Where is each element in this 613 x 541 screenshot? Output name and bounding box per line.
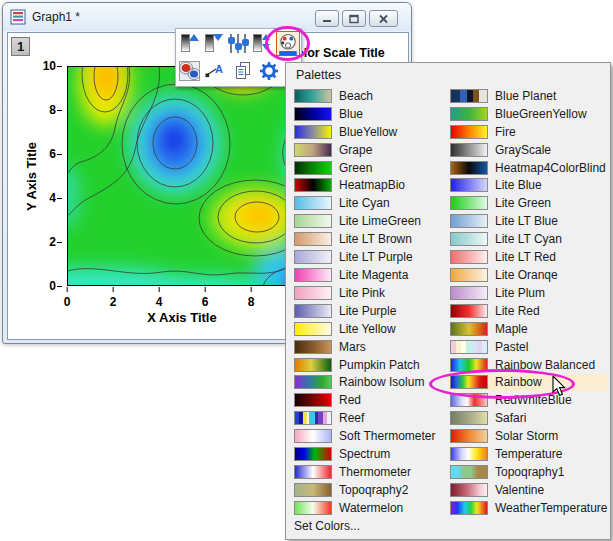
palette-menu-item[interactable]: Pastel: [448, 338, 608, 356]
palette-menu-item[interactable]: Temperature: [448, 445, 608, 463]
palette-swatch: [294, 393, 332, 407]
palette-menu-item[interactable]: Grape: [292, 141, 444, 159]
palette-menu-item[interactable]: Safari: [448, 409, 608, 427]
copy-format-button[interactable]: [232, 59, 255, 84]
palette-menu-item[interactable]: Lite Pink: [292, 284, 444, 302]
copy-icon: [233, 60, 253, 82]
palette-swatch: [294, 465, 332, 479]
palette-label: Rainbow: [495, 375, 542, 389]
palette-menu-item[interactable]: BlueGreenYellow: [448, 105, 608, 123]
palette-swatch: [294, 358, 332, 372]
y-axis-tick-label: 8: [49, 103, 56, 117]
palette-menu-item[interactable]: Lite Plum: [448, 284, 608, 302]
layer-1-button[interactable]: 1: [11, 37, 30, 56]
palette-menu-item[interactable]: WeatherTemperature: [448, 499, 608, 517]
palette-label: WeatherTemperature: [495, 501, 608, 515]
settings-button[interactable]: [258, 59, 281, 84]
palette-swatch: [294, 322, 332, 336]
palette-menu-item[interactable]: Blue: [292, 105, 444, 123]
palette-menu-item[interactable]: Beach: [292, 87, 444, 105]
minimize-button[interactable]: [315, 10, 339, 27]
palette-menu-item[interactable]: RedWhiteBlue: [448, 391, 608, 409]
palette-menu-item[interactable]: Lite LT Cyan: [448, 230, 608, 248]
palette-menu-item[interactable]: Lite Purple: [292, 302, 444, 320]
palette-swatch: [294, 161, 332, 175]
palette-menu-item[interactable]: Lite Oranqe: [448, 266, 608, 284]
palette-menu-item[interactable]: Mars: [292, 338, 444, 356]
palette-menu-item[interactable]: Fire: [448, 123, 608, 141]
contour-map-icon: [179, 61, 200, 81]
palette-menu-item[interactable]: Thermometer: [292, 463, 444, 481]
palette-menu-item[interactable]: Topoqraphy2: [292, 481, 444, 499]
palette-menu-item[interactable]: Rainbow Balanced: [448, 356, 608, 374]
palette-menu-item[interactable]: Lite Blue: [448, 177, 608, 195]
palettes-column-right: Blue Planet BlueGreenYellow Fire GraySca…: [448, 87, 608, 517]
arrow-up-icon: [262, 34, 270, 40]
palette-swatch: [450, 483, 488, 497]
palettes-menu-header: Palettes: [296, 68, 341, 82]
palette-menu-item[interactable]: Maple: [448, 320, 608, 338]
palette-menu-item[interactable]: Red: [292, 391, 444, 409]
palette-label: Lite Pink: [339, 286, 385, 300]
palette-menu-item[interactable]: Lite Green: [448, 194, 608, 212]
palette-menu-item[interactable]: Soft Thermometer: [292, 427, 444, 445]
y-axis-tick-label: 10: [43, 59, 56, 73]
palette-label: Lite LT Purple: [339, 250, 413, 264]
palette-label: Solar Storm: [495, 429, 558, 443]
palette-menu-item[interactable]: Topoqraphy1: [448, 463, 608, 481]
increase-levels-button[interactable]: [178, 31, 201, 56]
palette-swatch: [294, 143, 332, 157]
palette-swatch: [450, 322, 488, 336]
palette-menu-item[interactable]: Lite LimeGreen: [292, 212, 444, 230]
set-colors-item[interactable]: Set Colors...: [294, 519, 360, 533]
move-levels-button[interactable]: [250, 31, 273, 56]
palette-menu-item[interactable]: Rainbow: [448, 374, 608, 392]
palette-menu-item[interactable]: HeatmapBio: [292, 177, 444, 195]
palette-menu-item[interactable]: Rainbow Isolum: [292, 374, 444, 392]
palette-swatch: [450, 143, 488, 157]
palette-swatch: [450, 465, 488, 479]
palette-menu-item[interactable]: Lite LT Brown: [292, 230, 444, 248]
close-button[interactable]: [369, 10, 398, 27]
palette-menu-item[interactable]: Watermelon: [292, 499, 444, 517]
palette-menu-item[interactable]: Lite LT Red: [448, 248, 608, 266]
palettes-button[interactable]: [276, 31, 300, 56]
palette-menu-item[interactable]: Pumpkin Patch: [292, 356, 444, 374]
palette-menu-item[interactable]: Lite LT Purple: [292, 248, 444, 266]
palette-menu-item[interactable]: Lite Yellow: [292, 320, 444, 338]
palette-swatch: [450, 178, 488, 192]
decrease-levels-button[interactable]: [202, 31, 225, 56]
y-axis-tick-label: 4: [49, 191, 56, 205]
palette-menu-item[interactable]: GrayScale: [448, 141, 608, 159]
palette-label: Mars: [339, 340, 366, 354]
palette-label: Spectrum: [339, 447, 390, 461]
palette-swatch: [450, 304, 488, 318]
maximize-button[interactable]: [342, 10, 366, 27]
palette-label: Valentine: [495, 483, 544, 497]
y-axis-tick-label: 0: [49, 279, 56, 293]
palette-label: Grape: [339, 143, 372, 157]
palette-menu-item[interactable]: Heatmap4ColorBlind: [448, 159, 608, 177]
palette-menu-item[interactable]: Lite LT Blue: [448, 212, 608, 230]
palette-menu-item[interactable]: Reef: [292, 409, 444, 427]
set-levels-button[interactable]: [226, 31, 249, 56]
palette-menu-item[interactable]: Solar Storm: [448, 427, 608, 445]
palette-menu-item[interactable]: Green: [292, 159, 444, 177]
palette-menu-item[interactable]: Lite Red: [448, 302, 608, 320]
contour-plot[interactable]: [67, 66, 297, 286]
y-axis-title: Y Axis Title: [24, 117, 39, 237]
window-titlebar[interactable]: Graph1 *: [3, 3, 411, 31]
palette-swatch: [450, 447, 488, 461]
fill-contour-button[interactable]: [178, 59, 201, 84]
palette-menu-item[interactable]: Spectrum: [292, 445, 444, 463]
palette-menu-item[interactable]: Blue Planet: [448, 87, 608, 105]
x-axis-tick-label: 0: [64, 295, 71, 309]
palette-menu-item[interactable]: Lite Cyan: [292, 194, 444, 212]
x-axis-ticks: 0246810: [67, 288, 297, 306]
palette-menu-item[interactable]: Valentine: [448, 481, 608, 499]
palette-swatch: [450, 89, 488, 103]
add-label-button[interactable]: A: [204, 59, 227, 84]
palette-menu-item[interactable]: BlueYellow: [292, 123, 444, 141]
palette-swatch: [294, 107, 332, 121]
palette-menu-item[interactable]: Lite Magenta: [292, 266, 444, 284]
